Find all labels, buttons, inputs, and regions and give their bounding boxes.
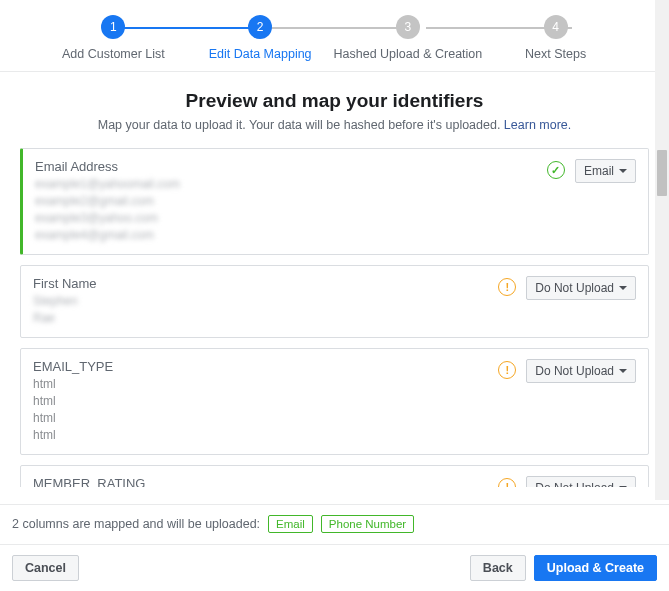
card-left: MEMBER_RATING 2 2 2 <box>33 476 498 487</box>
scrollbar-thumb[interactable] <box>657 150 667 196</box>
step-4[interactable]: 4 Next Steps <box>482 15 629 61</box>
data-row: html <box>33 427 498 444</box>
mapping-cards: Email Address example1@yahoomail.com exa… <box>0 138 669 487</box>
scrollbar-track[interactable] <box>655 0 669 500</box>
dropdown-label: Email <box>584 164 614 178</box>
warning-icon: ! <box>498 478 516 487</box>
data-row: html <box>33 376 498 393</box>
upload-create-button[interactable]: Upload & Create <box>534 555 657 581</box>
step-2[interactable]: 2 Edit Data Mapping <box>187 15 334 61</box>
card-title: Email Address <box>35 159 547 174</box>
footer: Cancel Back Upload & Create <box>0 544 669 591</box>
card-right: ! Do Not Upload <box>498 476 636 487</box>
summary-chip-email: Email <box>268 515 313 533</box>
data-row: example1@yahoomail.com <box>35 176 547 193</box>
mapping-card-first-name: First Name Stephen Rae ! Do Not Upload <box>20 265 649 338</box>
back-button[interactable]: Back <box>470 555 526 581</box>
page-subtitle: Map your data to upload it. Your data wi… <box>0 118 669 132</box>
card-right: ! Do Not Upload <box>498 276 636 327</box>
chevron-down-icon <box>619 169 627 173</box>
dropdown-label: Do Not Upload <box>535 364 614 378</box>
step-circle-4: 4 <box>544 15 568 39</box>
learn-more-link[interactable]: Learn more. <box>504 118 571 132</box>
step-label-3: Hashed Upload & Creation <box>334 47 483 61</box>
cancel-button[interactable]: Cancel <box>12 555 79 581</box>
step-circle-2: 2 <box>248 15 272 39</box>
summary-text: 2 columns are mapped and will be uploade… <box>12 517 260 531</box>
mapping-card-email-address: Email Address example1@yahoomail.com exa… <box>20 148 649 255</box>
check-icon: ✓ <box>547 161 565 179</box>
chevron-down-icon <box>619 286 627 290</box>
card-data: html html html html <box>33 376 498 444</box>
data-row: example4@gmail.com <box>35 227 547 244</box>
card-title: First Name <box>33 276 498 291</box>
summary-chip-phone: Phone Number <box>321 515 414 533</box>
step-3[interactable]: 3 Hashed Upload & Creation <box>334 15 483 61</box>
data-row: Stephen <box>33 293 498 310</box>
page-title: Preview and map your identifiers <box>0 90 669 112</box>
heading: Preview and map your identifiers Map you… <box>0 72 669 138</box>
mapping-dropdown[interactable]: Email <box>575 159 636 183</box>
card-right: ✓ Email <box>547 159 636 244</box>
step-1[interactable]: 1 Add Customer List <box>40 15 187 61</box>
step-circle-3: 3 <box>396 15 420 39</box>
data-row: example2@gmail.com <box>35 193 547 210</box>
warning-icon: ! <box>498 361 516 379</box>
data-row: html <box>33 410 498 427</box>
card-data: Stephen Rae <box>33 293 498 327</box>
card-title: MEMBER_RATING <box>33 476 498 487</box>
card-left: Email Address example1@yahoomail.com exa… <box>35 159 547 244</box>
step-circle-1: 1 <box>101 15 125 39</box>
mapping-dropdown[interactable]: Do Not Upload <box>526 476 636 487</box>
footer-right: Back Upload & Create <box>470 555 657 581</box>
card-left: EMAIL_TYPE html html html html <box>33 359 498 444</box>
mapping-card-member-rating: MEMBER_RATING 2 2 2 ! Do Not Upload <box>20 465 649 487</box>
chevron-down-icon <box>619 486 627 487</box>
summary-bar: 2 columns are mapped and will be uploade… <box>0 504 669 543</box>
card-title: EMAIL_TYPE <box>33 359 498 374</box>
card-left: First Name Stephen Rae <box>33 276 498 327</box>
data-row: Rae <box>33 310 498 327</box>
data-row: example3@yahoo.com <box>35 210 547 227</box>
card-right: ! Do Not Upload <box>498 359 636 444</box>
step-label-2: Edit Data Mapping <box>209 47 312 61</box>
chevron-down-icon <box>619 369 627 373</box>
data-row: html <box>33 393 498 410</box>
warning-icon: ! <box>498 278 516 296</box>
dropdown-label: Do Not Upload <box>535 481 614 487</box>
mapping-card-email-type: EMAIL_TYPE html html html html ! Do Not … <box>20 348 649 455</box>
card-data: example1@yahoomail.com example2@gmail.co… <box>35 176 547 244</box>
step-label-1: Add Customer List <box>62 47 165 61</box>
step-label-4: Next Steps <box>525 47 586 61</box>
subtitle-text: Map your data to upload it. Your data wi… <box>98 118 504 132</box>
stepper: 1 Add Customer List 2 Edit Data Mapping … <box>0 0 669 72</box>
content-area: Preview and map your identifiers Map you… <box>0 72 669 487</box>
dropdown-label: Do Not Upload <box>535 281 614 295</box>
mapping-dropdown[interactable]: Do Not Upload <box>526 276 636 300</box>
mapping-dropdown[interactable]: Do Not Upload <box>526 359 636 383</box>
